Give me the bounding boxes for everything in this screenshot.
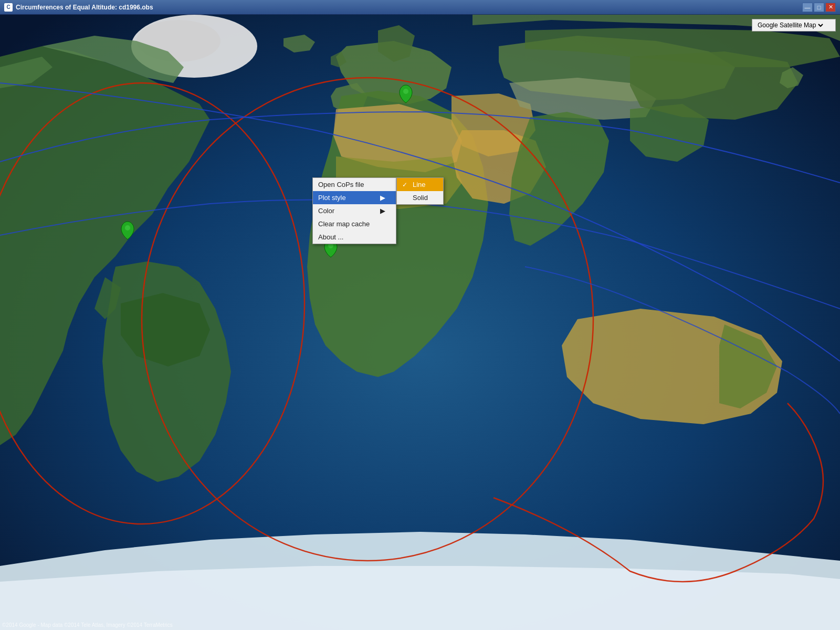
menu-plot-style[interactable]: Plot style ▶ bbox=[313, 191, 396, 204]
check-icon: ✓ bbox=[402, 181, 410, 188]
window-controls: — □ ✕ bbox=[802, 3, 836, 12]
app-icon: C bbox=[4, 3, 13, 12]
maximize-button[interactable]: □ bbox=[814, 3, 824, 12]
map-type-select[interactable]: Google Satellite Map Google Road Map Goo… bbox=[755, 21, 825, 29]
color-submenu-arrow: ▶ bbox=[380, 207, 385, 215]
submenu-arrow: ▶ bbox=[380, 194, 385, 202]
menu-color[interactable]: Color ▶ bbox=[313, 204, 396, 217]
window-title: Circumferences of Equal Altitude: cd1996… bbox=[16, 4, 802, 11]
plot-style-line[interactable]: ✓ Line bbox=[397, 178, 443, 191]
plot-style-submenu: ✓ Line Solid bbox=[396, 177, 444, 205]
svg-point-6 bbox=[125, 225, 130, 230]
close-button[interactable]: ✕ bbox=[825, 3, 836, 12]
map-svg bbox=[0, 15, 840, 630]
plot-style-solid[interactable]: Solid bbox=[397, 191, 443, 204]
map-container: Google Satellite Map Google Road Map Goo… bbox=[0, 15, 840, 630]
menu-about[interactable]: About ... bbox=[313, 230, 396, 244]
map-type-selector[interactable]: Google Satellite Map Google Road Map Goo… bbox=[752, 19, 836, 32]
menu-clear-cache[interactable]: Clear map cache bbox=[313, 217, 396, 230]
titlebar: C Circumferences of Equal Altitude: cd19… bbox=[0, 0, 840, 15]
svg-point-5 bbox=[403, 89, 408, 94]
minimize-button[interactable]: — bbox=[802, 3, 813, 12]
menu-open-cops[interactable]: Open CoPs file bbox=[313, 178, 396, 191]
context-menu: Open CoPs file Plot style ▶ Color ▶ Clea… bbox=[312, 177, 396, 244]
map-attribution: ©2014 Google - Map data ©2014 Tele Atlas… bbox=[2, 622, 173, 628]
